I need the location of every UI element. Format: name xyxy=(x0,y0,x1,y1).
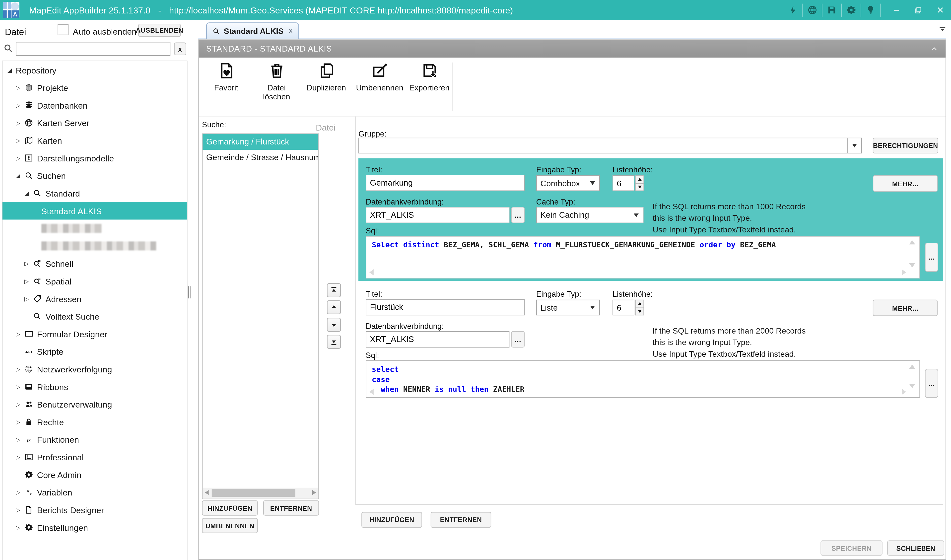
expander-expanded-icon[interactable]: ◢ xyxy=(16,172,24,179)
listenhoehe-input[interactable] xyxy=(612,175,634,191)
list-item-gemarkung-flurstück[interactable]: Gemarkung / Flurstück xyxy=(203,134,319,150)
list-remove-button[interactable]: ENTFERNEN xyxy=(263,500,319,515)
eingabe-typ-combobox[interactable]: Combobox xyxy=(536,175,600,191)
tree-item-variablen[interactable]: ▷YxVariablen xyxy=(3,483,187,501)
expander-collapsed-icon[interactable]: ▷ xyxy=(16,331,24,337)
listenhoehe-stepper[interactable] xyxy=(635,300,644,315)
list-item-gemeinde-strasse-hausnumme[interactable]: Gemeinde / Strasse / Hausnumme xyxy=(203,150,319,165)
expander-collapsed-icon[interactable]: ▷ xyxy=(16,383,24,390)
tree-item-skripte[interactable]: .NETSkripte xyxy=(3,343,187,360)
tree-item-rechte[interactable]: ▷Rechte xyxy=(3,413,187,431)
expander-collapsed-icon[interactable]: ▷ xyxy=(16,454,24,460)
titlebar-save-button[interactable] xyxy=(822,0,841,20)
expander-collapsed-icon[interactable]: ▷ xyxy=(16,102,24,109)
listenhoehe-stepper[interactable] xyxy=(635,175,644,191)
tree-item-karten-server[interactable]: ▷Karten Server xyxy=(3,114,187,132)
expander-collapsed-icon[interactable]: ▷ xyxy=(24,278,32,285)
toolbar-umbenennen-button[interactable]: Umbenennen xyxy=(354,62,405,92)
tree-item-datenbanken[interactable]: ▷Datenbanken xyxy=(3,96,187,114)
expander-collapsed-icon[interactable]: ▷ xyxy=(16,489,24,496)
chevron-down-icon[interactable] xyxy=(847,138,861,153)
scrollbar-thumb[interactable] xyxy=(212,489,295,497)
move-up-button[interactable] xyxy=(327,300,341,314)
mehr-button[interactable]: MEHR... xyxy=(873,175,938,192)
sql-editor[interactable]: selectcase when NENNER is null then ZAEH… xyxy=(366,360,920,398)
tree-item-repository[interactable]: ◢Repository xyxy=(3,61,187,79)
tree-item-standard[interactable]: ◢Standard xyxy=(3,185,187,202)
listenhoehe-input[interactable] xyxy=(612,300,634,315)
tree-item-einstellungen[interactable]: ▷Einstellungen xyxy=(3,518,187,536)
permissions-button[interactable]: BERECHTIGUNGEN xyxy=(873,138,938,154)
titlebar-gear-button[interactable] xyxy=(842,0,860,20)
tree-item-suchen[interactable]: ◢Suchen xyxy=(3,167,187,185)
save-button[interactable]: SPEICHERN xyxy=(820,540,882,555)
scroll-right-icon[interactable] xyxy=(312,490,316,495)
scroll-left-icon[interactable] xyxy=(369,389,374,395)
tree-item-schnell[interactable]: ▷Schnell xyxy=(3,255,187,272)
tree-item-karten[interactable]: ▷Karten xyxy=(3,132,187,149)
minimize-window-button[interactable] xyxy=(885,0,907,20)
entry-add-button[interactable]: HINZUFÜGEN xyxy=(362,512,422,528)
expander-collapsed-icon[interactable]: ▷ xyxy=(16,418,24,425)
expander-collapsed-icon[interactable]: ▷ xyxy=(16,401,24,408)
dock-menu-icon[interactable] xyxy=(937,25,947,35)
browse-db-button[interactable]: ... xyxy=(511,207,525,223)
gruppe-combobox[interactable] xyxy=(359,138,862,154)
datenbankverbindung-input[interactable] xyxy=(366,331,509,348)
move-bottom-button[interactable] xyxy=(327,335,341,349)
tree-item-redacted[interactable] xyxy=(3,220,187,237)
entry-remove-button[interactable]: ENTFERNEN xyxy=(431,512,491,528)
titlebar-lightbulb-button[interactable] xyxy=(861,0,880,20)
tree-item-benutzerverwaltung[interactable]: ▷Benutzerverwaltung xyxy=(3,395,187,413)
tree-item-ribbons[interactable]: ▷Ribbons xyxy=(3,378,187,395)
cache-typ-combobox[interactable]: Kein Caching xyxy=(536,207,643,223)
sql-more-button[interactable]: ... xyxy=(925,369,938,398)
scroll-right-icon[interactable] xyxy=(902,389,906,395)
collapse-header-icon[interactable] xyxy=(930,45,939,54)
titel-input[interactable] xyxy=(366,175,525,191)
titel-input[interactable] xyxy=(366,299,525,315)
mehr-button[interactable]: MEHR... xyxy=(873,300,938,316)
sql-more-button[interactable]: ... xyxy=(925,243,938,272)
spin-down-icon[interactable] xyxy=(635,184,644,191)
spin-up-icon[interactable] xyxy=(635,175,644,184)
browse-db-button[interactable]: ... xyxy=(511,331,525,348)
expander-collapsed-icon[interactable]: ▷ xyxy=(16,120,24,126)
move-top-button[interactable] xyxy=(327,283,341,297)
spin-up-icon[interactable] xyxy=(635,300,644,308)
scroll-left-icon[interactable] xyxy=(205,490,209,495)
expander-collapsed-icon[interactable]: ▷ xyxy=(16,366,24,372)
tree-item-professional[interactable]: ▷Professional xyxy=(3,448,187,466)
toolbar-datei-löschen-button[interactable]: Datei löschen xyxy=(251,62,302,101)
tree-item-standard-alkis[interactable]: Standard ALKIS xyxy=(3,202,187,220)
tree-item-funktionen[interactable]: ▷fxFunktionen xyxy=(3,431,187,448)
close-button[interactable]: SCHLIEßEN xyxy=(887,540,944,555)
expander-collapsed-icon[interactable]: ▷ xyxy=(16,436,24,443)
move-down-button[interactable] xyxy=(327,318,341,332)
toolbar-duplizieren-button[interactable]: Duplizieren xyxy=(301,62,352,92)
scroll-down-icon[interactable] xyxy=(909,384,915,388)
sql-editor[interactable]: Select distinct BEZ_GEMA, SCHL_GEMA from… xyxy=(366,236,920,278)
tree-item-core-admin[interactable]: Core Admin xyxy=(3,466,187,483)
scroll-down-icon[interactable] xyxy=(909,263,915,268)
close-window-button[interactable] xyxy=(929,0,951,20)
titlebar-lightning-button[interactable] xyxy=(783,0,802,20)
scroll-right-icon[interactable] xyxy=(902,269,906,275)
expander-expanded-icon[interactable]: ◢ xyxy=(7,67,16,74)
sidebar-search-input[interactable] xyxy=(16,42,170,56)
tree-item-adressen[interactable]: ▷Adressen xyxy=(3,290,187,308)
auto-hide-checkbox[interactable] xyxy=(57,24,69,35)
tab-standard-alkis[interactable]: Standard ALKIS X xyxy=(206,22,299,39)
expander-expanded-icon[interactable]: ◢ xyxy=(24,190,32,197)
horizontal-scrollbar[interactable] xyxy=(203,488,318,498)
tab-close-icon[interactable]: X xyxy=(288,28,293,35)
list-rename-button[interactable]: UMBENENNEN xyxy=(202,518,258,533)
clear-search-button[interactable]: x xyxy=(174,42,186,55)
titlebar-globe-button[interactable] xyxy=(803,0,822,20)
hide-button[interactable]: AUSBLENDEN xyxy=(138,24,181,37)
tree-item-projekte[interactable]: ▷Projekte xyxy=(3,79,187,97)
datenbankverbindung-input[interactable] xyxy=(366,207,509,223)
tree-item-volltext-suche[interactable]: Volltext Suche xyxy=(3,308,187,325)
expander-collapsed-icon[interactable]: ▷ xyxy=(24,260,32,267)
splitter-handle[interactable] xyxy=(188,286,192,298)
